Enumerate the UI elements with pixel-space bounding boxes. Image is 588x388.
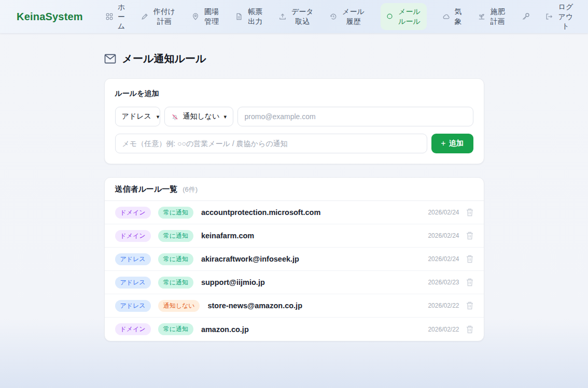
rule-value: accountprotection.microsoft.com xyxy=(201,208,320,217)
rule-type-select[interactable]: アドレス ▾ xyxy=(115,107,160,126)
trash-icon xyxy=(466,255,473,263)
nav-item-weather[interactable]: 気象 xyxy=(443,7,463,26)
rule-row: ドメイン 常に通知 amazon.co.jp 2026/02/22 xyxy=(105,318,484,341)
rule-value: support@iijmio.jp xyxy=(201,278,265,286)
pencil-icon xyxy=(141,13,148,20)
add-rule-button[interactable]: + 追加 xyxy=(431,134,473,153)
bell-off-icon xyxy=(171,113,179,121)
plus-icon: + xyxy=(441,139,445,148)
rule-target-input[interactable] xyxy=(237,107,473,126)
chevron-down-icon: ▾ xyxy=(157,113,160,120)
home-icon xyxy=(106,13,113,20)
rule-action-value: 通知しない xyxy=(183,112,220,121)
nav-item-home[interactable]: ホーム xyxy=(106,2,125,32)
rule-value: store-news@amazon.co.jp xyxy=(207,301,302,310)
delete-rule-button[interactable] xyxy=(466,232,473,240)
map-pin-icon xyxy=(192,13,199,20)
rule-action-badge: 常に通知 xyxy=(158,323,193,335)
trash-icon xyxy=(466,232,473,240)
rule-value: keinafarm.com xyxy=(201,232,254,240)
delete-rule-button[interactable] xyxy=(466,278,473,286)
nav-item-password-key[interactable] xyxy=(522,12,530,21)
rule-date: 2026/02/24 xyxy=(428,232,459,239)
nav-item-report-output[interactable]: 帳票出力 xyxy=(235,7,263,26)
navbar: KeinaSystem ホーム 作付け計画 圃場管理 帳票出力 xyxy=(0,0,588,33)
rule-type-badge: アドレス xyxy=(115,300,151,312)
rule-date: 2026/02/23 xyxy=(428,279,459,286)
logout-icon xyxy=(545,13,553,20)
delete-rule-button[interactable] xyxy=(466,325,473,334)
rule-type-badge: ドメイン xyxy=(115,323,151,335)
rule-memo-input[interactable] xyxy=(115,134,427,153)
nav-item-field-management[interactable]: 圃場管理 xyxy=(192,7,220,26)
add-button-label: 追加 xyxy=(449,139,464,148)
nav-item-fertilizer-plan[interactable]: 施肥計画 xyxy=(478,7,506,26)
trash-icon xyxy=(466,325,473,334)
rule-date: 2026/02/24 xyxy=(428,255,459,263)
key-icon xyxy=(522,12,530,21)
nav-item-label: ログアウト xyxy=(557,2,575,32)
brand-logo[interactable]: KeinaSystem xyxy=(17,11,83,23)
nav-item-label: 施肥計画 xyxy=(489,7,506,26)
sender-rules-card: 送信者ルール一覧 (6件) ドメイン 常に通知 accountprotectio… xyxy=(104,177,484,341)
rule-row: アドレス 常に通知 support@iijmio.jp 2026/02/23 xyxy=(105,271,484,294)
rule-type-badge: アドレス xyxy=(115,277,151,289)
rule-value: akiracraftwork@infoseek.jp xyxy=(201,255,299,263)
document-icon xyxy=(235,13,243,20)
trash-icon xyxy=(466,208,473,217)
rule-row: アドレス 常に通知 akiracraftwork@infoseek.jp 202… xyxy=(105,248,484,271)
nav-item-label: メールルール xyxy=(397,7,421,26)
page-header: メール通知ルール xyxy=(104,52,484,66)
rule-action-badge: 常に通知 xyxy=(158,230,193,242)
nav-item-label: 気象 xyxy=(454,7,463,26)
rule-action-badge: 常に通知 xyxy=(158,277,193,289)
sender-rules-count: (6件) xyxy=(183,185,198,194)
rule-action-badge: 通知しない xyxy=(158,300,200,312)
delete-rule-button[interactable] xyxy=(466,301,473,310)
chevron-down-icon: ▾ xyxy=(223,113,227,120)
nav-item-planting-plan[interactable]: 作付け計画 xyxy=(141,7,176,26)
rule-row: ドメイン 常に通知 keinafarm.com 2026/02/24 xyxy=(105,224,484,248)
rule-type-badge: ドメイン xyxy=(115,230,151,242)
nav-item-data-import[interactable]: データ取込 xyxy=(279,7,314,26)
sender-rules-title: 送信者ルール一覧 xyxy=(115,184,178,194)
nav-item-mail-history[interactable]: メール履歴 xyxy=(330,7,365,26)
rule-row: ドメイン 常に通知 accountprotection.microsoft.co… xyxy=(105,201,484,224)
nav-item-label: 作付け計画 xyxy=(152,7,176,26)
rule-action-badge: 常に通知 xyxy=(158,207,193,219)
mail-icon xyxy=(104,54,116,64)
nav-item-label: ホーム xyxy=(117,2,125,32)
add-rule-row-1: アドレス ▾ 通知しない ▾ xyxy=(115,107,473,126)
nav-item-label: 圃場管理 xyxy=(203,7,220,26)
history-icon xyxy=(330,13,337,20)
page-title: メール通知ルール xyxy=(122,52,206,66)
sender-rules-header: 送信者ルール一覧 (6件) xyxy=(105,178,484,201)
rule-action-badge: 常に通知 xyxy=(158,253,193,265)
nav-item-mail-rules[interactable]: メールルール xyxy=(381,3,427,30)
nav-item-label: 帳票出力 xyxy=(247,7,263,26)
nav-item-label: メール履歴 xyxy=(341,7,365,26)
add-rule-row-2: + 追加 xyxy=(115,134,473,153)
delete-rule-button[interactable] xyxy=(466,255,473,263)
rule-type-badge: ドメイン xyxy=(115,207,151,219)
rule-date: 2026/02/22 xyxy=(428,326,459,333)
trash-icon xyxy=(466,301,473,310)
nav-item-logout[interactable]: ログアウト xyxy=(545,2,575,32)
main-content: メール通知ルール ルールを追加 アドレス ▾ 通知しない ▾ + 追加 xyxy=(104,52,484,341)
trash-icon xyxy=(466,278,473,286)
rule-date: 2026/02/22 xyxy=(428,302,459,309)
rule-value: amazon.co.jp xyxy=(201,325,249,334)
cloud-icon xyxy=(443,13,450,20)
sprout-icon xyxy=(478,13,485,20)
nav-item-label: データ取込 xyxy=(290,7,314,26)
upload-icon xyxy=(279,13,286,20)
delete-rule-button[interactable] xyxy=(466,208,473,217)
rule-type-badge: アドレス xyxy=(115,253,151,265)
rule-date: 2026/02/24 xyxy=(428,209,459,216)
circle-icon xyxy=(386,13,393,20)
add-rule-title: ルールを追加 xyxy=(115,89,473,98)
add-rule-card: ルールを追加 アドレス ▾ 通知しない ▾ + 追加 xyxy=(104,78,484,164)
rule-action-select[interactable]: 通知しない ▾ xyxy=(164,107,233,126)
rule-row: アドレス 通知しない store-news@amazon.co.jp 2026/… xyxy=(105,294,484,318)
rule-type-value: アドレス xyxy=(122,112,151,121)
